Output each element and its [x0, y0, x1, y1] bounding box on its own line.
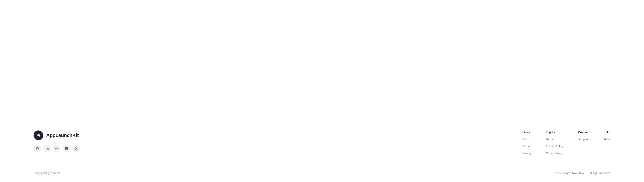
svg-point-0: [46, 147, 46, 148]
footer-bottom: Copyright © geekyants Last updated May 2…: [34, 166, 610, 175]
faqs-link[interactable]: FAQs: [604, 137, 610, 141]
x-icon: [75, 147, 78, 150]
terms-link[interactable]: Terms: [546, 137, 563, 141]
brand-section: AppLaunchKit: [34, 131, 80, 152]
logo-icon: [34, 131, 43, 140]
footer-bottom-right: Last updated May 2024 All rights reserve…: [556, 172, 610, 175]
reddit-icon: [55, 147, 58, 150]
docs-link[interactable]: Docs: [522, 137, 531, 141]
rights-reserved-text: All rights reserved: [590, 172, 610, 175]
pricing-link[interactable]: Pricing: [522, 151, 531, 155]
demo-link[interactable]: Demo: [522, 144, 531, 148]
x-button[interactable]: [72, 145, 80, 152]
nav-column-legals: Legals Terms Privacy Policy Cookie Polic…: [546, 131, 563, 155]
support-link[interactable]: Support: [578, 137, 589, 141]
reddit-button[interactable]: [53, 145, 61, 152]
footer: AppLaunchKit: [0, 119, 644, 182]
github-icon: [36, 147, 39, 150]
nav-column-help: Help FAQs: [604, 131, 610, 155]
legals-heading: Legals: [546, 131, 563, 134]
discord-icon: [65, 147, 68, 150]
linkedin-button[interactable]: [43, 145, 51, 152]
copyright-text: Copyright © geekyants: [34, 172, 60, 175]
github-button[interactable]: [34, 145, 41, 152]
cookie-policy-link[interactable]: Cookie Policy: [546, 151, 563, 155]
footer-main: AppLaunchKit: [34, 131, 610, 166]
links-heading: Links: [522, 131, 531, 134]
help-heading: Help: [604, 131, 610, 134]
nav-column-links: Links Docs Demo Pricing: [522, 131, 531, 155]
contact-heading: Contact: [578, 131, 589, 134]
nav-columns: Links Docs Demo Pricing Legals Terms Pri…: [522, 131, 610, 155]
linkedin-icon: [46, 147, 49, 150]
social-icons: [34, 145, 80, 152]
brand-logo: AppLaunchKit: [34, 131, 80, 140]
logo-svg: [36, 133, 41, 138]
privacy-policy-link[interactable]: Privacy Policy: [546, 144, 563, 148]
discord-button[interactable]: [62, 145, 70, 152]
nav-column-contact: Contact Support: [578, 131, 589, 155]
last-updated-text: Last updated May 2024: [556, 172, 584, 175]
brand-name: AppLaunchKit: [46, 133, 79, 138]
